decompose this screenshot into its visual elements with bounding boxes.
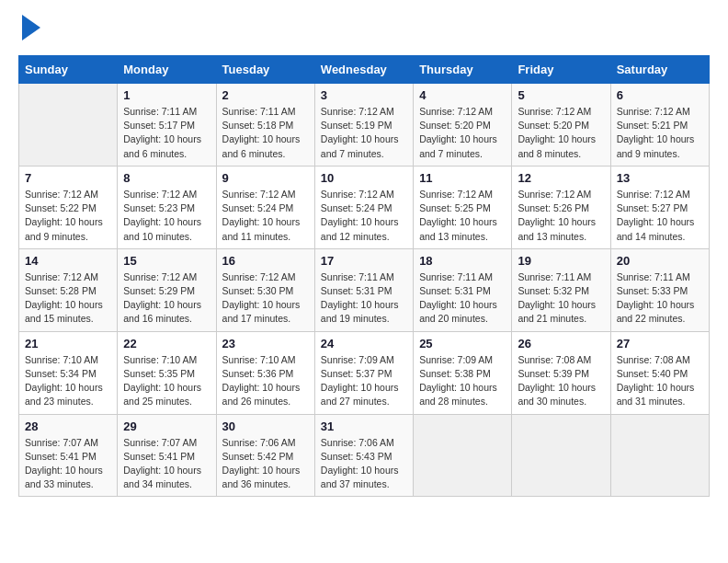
day-number: 21 [25, 337, 111, 350]
calendar-cell: 6Sunrise: 7:12 AMSunset: 5:21 PMDaylight… [610, 84, 709, 167]
day-number: 25 [419, 337, 506, 350]
calendar-cell: 11Sunrise: 7:12 AMSunset: 5:25 PMDayligh… [414, 166, 512, 248]
day-number: 16 [222, 254, 309, 268]
day-info: Sunrise: 7:10 AMSunset: 5:36 PMDaylight:… [222, 353, 309, 409]
day-info: Sunrise: 7:10 AMSunset: 5:35 PMDaylight:… [123, 353, 210, 409]
day-number: 26 [518, 337, 604, 350]
day-info: Sunrise: 7:08 AMSunset: 5:39 PMDaylight:… [518, 353, 604, 409]
calendar-cell: 20Sunrise: 7:11 AMSunset: 5:33 PMDayligh… [610, 248, 709, 331]
calendar-cell: 2Sunrise: 7:11 AMSunset: 5:18 PMDaylight… [216, 84, 314, 167]
calendar-cell: 25Sunrise: 7:09 AMSunset: 5:38 PMDayligh… [414, 331, 512, 414]
day-info: Sunrise: 7:09 AMSunset: 5:38 PMDaylight:… [419, 353, 506, 409]
day-number: 30 [222, 419, 309, 433]
day-number: 9 [222, 171, 309, 185]
day-number: 27 [617, 337, 703, 350]
calendar-cell: 8Sunrise: 7:12 AMSunset: 5:23 PMDaylight… [118, 166, 216, 248]
weekday-header: Friday [512, 56, 610, 84]
day-number: 6 [617, 88, 703, 102]
day-number: 31 [321, 419, 407, 433]
day-number: 8 [123, 171, 210, 185]
weekday-header: Thursday [414, 56, 512, 84]
day-number: 17 [321, 254, 407, 268]
day-info: Sunrise: 7:12 AMSunset: 5:24 PMDaylight:… [222, 188, 309, 244]
calendar-cell: 1Sunrise: 7:11 AMSunset: 5:17 PMDaylight… [118, 84, 216, 167]
day-number: 24 [321, 337, 407, 350]
weekday-header: Tuesday [216, 56, 314, 84]
day-info: Sunrise: 7:12 AMSunset: 5:30 PMDaylight:… [222, 270, 309, 327]
day-number: 4 [419, 88, 506, 102]
day-number: 19 [518, 254, 604, 268]
calendar-week-row: 21Sunrise: 7:10 AMSunset: 5:34 PMDayligh… [19, 331, 710, 414]
day-info: Sunrise: 7:06 AMSunset: 5:43 PMDaylight:… [321, 436, 407, 492]
weekday-header: Wednesday [314, 56, 413, 84]
calendar-body: 1Sunrise: 7:11 AMSunset: 5:17 PMDaylight… [19, 84, 710, 497]
calendar-cell: 21Sunrise: 7:10 AMSunset: 5:34 PMDayligh… [19, 331, 118, 414]
day-info: Sunrise: 7:11 AMSunset: 5:18 PMDaylight:… [222, 105, 309, 161]
day-number: 1 [123, 88, 210, 102]
calendar-cell: 15Sunrise: 7:12 AMSunset: 5:29 PMDayligh… [118, 248, 216, 331]
calendar-cell: 3Sunrise: 7:12 AMSunset: 5:19 PMDaylight… [314, 84, 413, 167]
calendar-cell: 31Sunrise: 7:06 AMSunset: 5:43 PMDayligh… [314, 414, 413, 497]
calendar-week-row: 28Sunrise: 7:07 AMSunset: 5:41 PMDayligh… [19, 414, 710, 497]
day-number: 15 [123, 254, 210, 268]
calendar-cell: 16Sunrise: 7:12 AMSunset: 5:30 PMDayligh… [216, 248, 314, 331]
day-info: Sunrise: 7:12 AMSunset: 5:19 PMDaylight:… [321, 105, 407, 161]
day-info: Sunrise: 7:12 AMSunset: 5:25 PMDaylight:… [419, 188, 506, 244]
weekday-header: Sunday [19, 56, 118, 84]
calendar-cell: 4Sunrise: 7:12 AMSunset: 5:20 PMDaylight… [414, 84, 512, 167]
calendar-cell: 27Sunrise: 7:08 AMSunset: 5:40 PMDayligh… [610, 331, 709, 414]
calendar-cell: 18Sunrise: 7:11 AMSunset: 5:31 PMDayligh… [414, 248, 512, 331]
day-number: 10 [321, 171, 407, 185]
calendar-cell: 13Sunrise: 7:12 AMSunset: 5:27 PMDayligh… [610, 166, 709, 248]
calendar-cell: 19Sunrise: 7:11 AMSunset: 5:32 PMDayligh… [512, 248, 610, 331]
day-number: 7 [25, 171, 111, 185]
calendar-cell: 24Sunrise: 7:09 AMSunset: 5:37 PMDayligh… [314, 331, 413, 414]
day-number: 23 [222, 337, 309, 350]
day-info: Sunrise: 7:12 AMSunset: 5:21 PMDaylight:… [617, 105, 703, 161]
calendar-week-row: 1Sunrise: 7:11 AMSunset: 5:17 PMDaylight… [19, 84, 710, 167]
day-info: Sunrise: 7:12 AMSunset: 5:29 PMDaylight:… [123, 270, 210, 327]
day-info: Sunrise: 7:11 AMSunset: 5:31 PMDaylight:… [321, 270, 407, 327]
calendar-week-row: 7Sunrise: 7:12 AMSunset: 5:22 PMDaylight… [19, 166, 710, 248]
day-info: Sunrise: 7:12 AMSunset: 5:24 PMDaylight:… [321, 188, 407, 244]
calendar-cell: 12Sunrise: 7:12 AMSunset: 5:26 PMDayligh… [512, 166, 610, 248]
page-header [18, 18, 710, 40]
calendar-cell: 7Sunrise: 7:12 AMSunset: 5:22 PMDaylight… [19, 166, 118, 248]
day-info: Sunrise: 7:10 AMSunset: 5:34 PMDaylight:… [25, 353, 111, 409]
day-info: Sunrise: 7:06 AMSunset: 5:42 PMDaylight:… [222, 436, 309, 492]
calendar-cell [610, 414, 709, 497]
day-number: 18 [419, 254, 506, 268]
weekday-header: Monday [118, 56, 216, 84]
calendar-cell: 28Sunrise: 7:07 AMSunset: 5:41 PMDayligh… [19, 414, 118, 497]
logo [18, 18, 40, 40]
day-info: Sunrise: 7:12 AMSunset: 5:20 PMDaylight:… [518, 105, 604, 161]
day-info: Sunrise: 7:07 AMSunset: 5:41 PMDaylight:… [25, 436, 111, 492]
logo-arrow-icon [22, 15, 40, 40]
day-number: 11 [419, 171, 506, 185]
calendar-cell: 23Sunrise: 7:10 AMSunset: 5:36 PMDayligh… [216, 331, 314, 414]
calendar-week-row: 14Sunrise: 7:12 AMSunset: 5:28 PMDayligh… [19, 248, 710, 331]
day-info: Sunrise: 7:07 AMSunset: 5:41 PMDaylight:… [123, 436, 210, 492]
day-number: 13 [617, 171, 703, 185]
day-number: 2 [222, 88, 309, 102]
day-info: Sunrise: 7:11 AMSunset: 5:33 PMDaylight:… [617, 270, 703, 327]
day-number: 12 [518, 171, 604, 185]
day-info: Sunrise: 7:12 AMSunset: 5:22 PMDaylight:… [25, 188, 111, 244]
day-info: Sunrise: 7:09 AMSunset: 5:37 PMDaylight:… [321, 353, 407, 409]
day-info: Sunrise: 7:12 AMSunset: 5:27 PMDaylight:… [617, 188, 703, 244]
calendar-cell: 26Sunrise: 7:08 AMSunset: 5:39 PMDayligh… [512, 331, 610, 414]
calendar-cell: 22Sunrise: 7:10 AMSunset: 5:35 PMDayligh… [118, 331, 216, 414]
day-info: Sunrise: 7:08 AMSunset: 5:40 PMDaylight:… [617, 353, 703, 409]
calendar-header-row: SundayMondayTuesdayWednesdayThursdayFrid… [19, 56, 710, 84]
calendar-cell: 14Sunrise: 7:12 AMSunset: 5:28 PMDayligh… [19, 248, 118, 331]
calendar-cell [512, 414, 610, 497]
day-number: 3 [321, 88, 407, 102]
day-number: 14 [25, 254, 111, 268]
day-info: Sunrise: 7:11 AMSunset: 5:17 PMDaylight:… [123, 105, 210, 161]
day-number: 22 [123, 337, 210, 350]
weekday-header: Saturday [610, 56, 709, 84]
day-info: Sunrise: 7:11 AMSunset: 5:31 PMDaylight:… [419, 270, 506, 327]
calendar-cell: 17Sunrise: 7:11 AMSunset: 5:31 PMDayligh… [314, 248, 413, 331]
calendar-cell: 10Sunrise: 7:12 AMSunset: 5:24 PMDayligh… [314, 166, 413, 248]
day-info: Sunrise: 7:12 AMSunset: 5:28 PMDaylight:… [25, 270, 111, 327]
